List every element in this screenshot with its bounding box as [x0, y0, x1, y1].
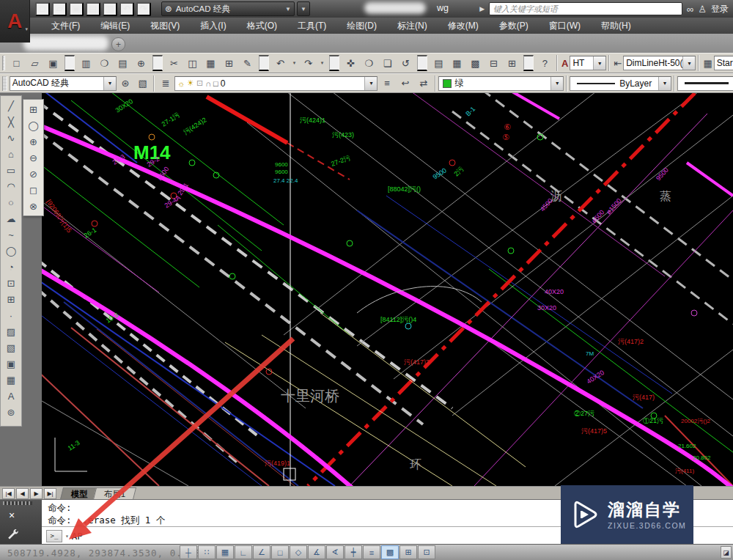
dim-style-button[interactable]: ⇤ [613, 55, 622, 72]
workspaces-dropdown[interactable]: AutoCAD 经典 ▾ [10, 76, 117, 91]
close-icon[interactable]: × [4, 509, 19, 522]
sep[interactable] [259, 55, 269, 71]
properties-button[interactable]: ▤ [430, 55, 447, 72]
save-workspace-button[interactable]: ▧ [135, 75, 151, 92]
menu-item[interactable]: 修改(M) [438, 18, 489, 34]
save-file-button[interactable]: ▣ [45, 55, 62, 72]
polar-tracking-toggle[interactable]: ∠ [253, 545, 270, 559]
redo-dropdown[interactable]: ▾ [318, 55, 326, 72]
match-properties-button[interactable]: ✎ [239, 55, 256, 72]
chevron-down-icon[interactable]: ▾ [364, 77, 377, 90]
undo-dropdown[interactable]: ▾ [290, 55, 298, 72]
new-tab-button[interactable]: + [111, 37, 125, 51]
add-view-button[interactable]: ⊕ [25, 133, 42, 150]
menu-item[interactable]: 绘图(D) [336, 18, 387, 34]
menu-item[interactable]: 插入(I) [190, 18, 236, 34]
color-dropdown[interactable]: 绿 ▾ [438, 76, 564, 91]
lineweight-toggle[interactable]: ≡ [363, 545, 380, 559]
blurred-file-tab[interactable] [23, 36, 108, 51]
command-prompt-icon[interactable]: >_ [46, 530, 62, 542]
selection-cycling-toggle[interactable]: ⊡ [418, 545, 435, 559]
sep[interactable] [152, 55, 163, 71]
3d-object-snap-toggle[interactable]: ◇ [290, 545, 307, 559]
arc-button[interactable]: ◠ [3, 178, 20, 194]
lineweight-dropdown[interactable] [677, 76, 733, 91]
prev-tab-button[interactable]: ◀ [16, 488, 29, 499]
undo-button[interactable]: ↶ [272, 55, 289, 72]
viewport-grid-button[interactable]: ⊞ [25, 101, 42, 117]
chevron-down-icon[interactable]: ▾ [593, 56, 605, 70]
plot-button[interactable]: ▤ [114, 55, 131, 72]
zoom-window-button[interactable]: ❏ [379, 55, 396, 72]
layer-states-button[interactable]: ⇄ [415, 75, 432, 92]
linetype-dropdown[interactable]: ByLayer ▾ [570, 76, 671, 91]
gradient-button[interactable]: ▧ [3, 339, 20, 355]
quick-properties-toggle[interactable]: ⊞ [399, 545, 417, 559]
sep[interactable] [65, 55, 75, 71]
cad-canvas[interactable]: M14十里河桥沥蒸环30X2027-1污污(424)2污(424)1污(423)… [42, 93, 733, 486]
redo-button[interactable]: ↷ [136, 2, 151, 16]
zoom-previous-button[interactable]: ↺ [397, 55, 414, 72]
text-style-button[interactable]: A [561, 55, 569, 72]
disable-view-button[interactable]: ⊘ [25, 166, 42, 182]
menu-item[interactable]: 编辑(E) [90, 18, 140, 34]
chevron-down-icon[interactable]: ▾ [103, 77, 116, 90]
tool-palettes-button[interactable]: ▩ [467, 55, 484, 72]
polygon-button[interactable]: ⌂ [3, 146, 20, 162]
dynamic-ucs-toggle[interactable]: ∢ [326, 545, 344, 559]
revision-cloud-button[interactable]: ☁ [3, 210, 20, 226]
redo-button[interactable]: ↷ [300, 55, 317, 72]
remove-view-button[interactable]: ⊖ [25, 150, 42, 166]
new-file-button[interactable]: □ [8, 55, 25, 72]
command-input-value[interactable]: AP [72, 531, 83, 542]
workspace-dropdown[interactable]: ⊛ AutoCAD 经典 ▼ [161, 1, 295, 16]
print-button[interactable]: ▥ [103, 2, 117, 16]
undo-button[interactable]: ↶ [119, 2, 134, 16]
toolbar-overflow-button[interactable]: ▼ [297, 1, 310, 16]
chevron-down-icon[interactable]: ▾ [550, 77, 563, 90]
command-window-titlebar[interactable]: × [0, 500, 42, 545]
menu-item[interactable]: 视图(V) [140, 18, 190, 34]
grid-dots-toggle[interactable]: ∷ [198, 545, 216, 559]
table-style-dropdown[interactable]: Star [714, 56, 733, 70]
workspace-settings-button[interactable]: ⊛ [117, 75, 133, 92]
sheet-set-manager-button[interactable]: ⊟ [485, 55, 502, 72]
transparency-toggle[interactable]: ▩ [381, 545, 399, 559]
menu-item[interactable]: 格式(O) [237, 18, 287, 34]
menu-item[interactable]: 参数(P) [489, 18, 539, 34]
copy-button[interactable]: ◫ [184, 55, 201, 72]
chevron-down-icon[interactable]: ▾ [658, 77, 671, 90]
ortho-mode-toggle[interactable]: ∟ [235, 545, 252, 559]
hatch-button[interactable]: ▨ [3, 323, 20, 339]
polyline-button[interactable]: ∿ [3, 130, 20, 146]
dim-style-dropdown[interactable]: DimLineHt-50( ▾ [623, 56, 696, 70]
ellipse-arc-button[interactable]: ◔ [3, 259, 20, 275]
calculator-button[interactable]: ⊞ [504, 55, 520, 72]
menu-item[interactable]: 文件(F) [41, 18, 90, 34]
save-as-button[interactable]: ▤ [86, 2, 100, 16]
print-preview-button[interactable]: ❍ [96, 55, 113, 72]
layer-dropdown[interactable]: ☼ ☀ ⊡ ∩ □ 0 ▾ [174, 76, 377, 91]
table-button[interactable]: ▦ [3, 372, 20, 388]
menu-item[interactable]: 窗口(W) [539, 18, 591, 34]
sphere-view-button[interactable]: ◯ [25, 117, 42, 133]
mtext-button[interactable]: A [3, 388, 20, 404]
object-snap-toggle[interactable]: □ [271, 545, 289, 559]
paste-button[interactable]: ▦ [202, 55, 219, 72]
construction-line-button[interactable]: ╳ [3, 114, 20, 130]
save-button[interactable]: ▣ [69, 2, 84, 16]
last-tab-button[interactable]: ▶| [44, 488, 56, 499]
next-tab-button[interactable]: ▶ [30, 488, 43, 499]
autocad-logo-button[interactable]: A ▾ [0, 0, 30, 43]
drawing-area[interactable]: M14十里河桥沥蒸环30X2027-1污污(424)2污(424)1污(423)… [42, 93, 733, 486]
region-button[interactable]: ▣ [3, 355, 20, 372]
spline-button[interactable]: ~ [3, 226, 20, 243]
designcenter-button[interactable]: ▦ [449, 55, 465, 72]
menu-item[interactable]: 标注(N) [387, 18, 438, 34]
sep[interactable] [523, 55, 534, 71]
toolbar-grip[interactable] [2, 76, 7, 91]
toolbar-grip[interactable] [2, 56, 5, 70]
object-snap-tracking-toggle[interactable]: ∡ [308, 545, 325, 559]
sep[interactable] [329, 55, 339, 71]
make-block-button[interactable]: ⊞ [3, 291, 20, 307]
